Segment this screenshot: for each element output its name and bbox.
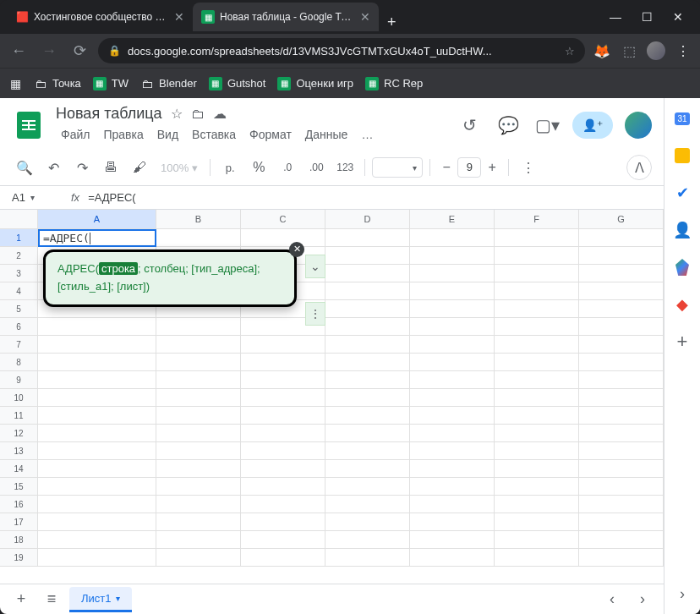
row-header[interactable]: 10 xyxy=(0,389,38,407)
browser-menu-button[interactable]: ⋮ xyxy=(673,41,693,61)
cell[interactable] xyxy=(241,531,325,549)
menu-data[interactable]: Данные xyxy=(300,124,353,145)
row-header[interactable]: 3 xyxy=(0,265,38,282)
column-header[interactable]: C xyxy=(241,210,325,228)
cell[interactable] xyxy=(495,300,579,318)
cell[interactable] xyxy=(325,336,410,354)
cell[interactable] xyxy=(156,513,241,531)
row-header[interactable]: 9 xyxy=(0,371,38,389)
cell[interactable] xyxy=(325,460,410,478)
bookmark-item[interactable]: ▦Gutshot xyxy=(209,77,266,90)
cell[interactable] xyxy=(410,531,495,549)
cell[interactable] xyxy=(579,407,664,425)
cell[interactable] xyxy=(325,407,410,425)
cell[interactable] xyxy=(495,425,579,442)
cell[interactable] xyxy=(325,442,410,460)
select-all-corner[interactable] xyxy=(0,210,38,228)
cell[interactable] xyxy=(579,300,664,318)
bookmark-item[interactable]: ▦RC Rep xyxy=(365,77,423,90)
keep-icon[interactable] xyxy=(674,147,691,164)
cell[interactable] xyxy=(579,265,664,282)
cell[interactable] xyxy=(495,531,579,549)
cell[interactable] xyxy=(495,229,579,247)
paint-format-button[interactable]: 🖌 xyxy=(127,155,152,180)
cell[interactable] xyxy=(495,389,579,407)
cell[interactable] xyxy=(156,407,241,425)
cell[interactable] xyxy=(325,371,410,389)
cell[interactable] xyxy=(579,478,664,496)
cell[interactable] xyxy=(156,478,241,496)
cell[interactable] xyxy=(495,336,579,354)
cell[interactable] xyxy=(410,247,495,265)
active-cell[interactable]: =АДРЕС( xyxy=(38,229,156,247)
row-header[interactable]: 1 xyxy=(0,229,38,247)
cell[interactable] xyxy=(495,247,579,265)
add-sheet-button[interactable]: + xyxy=(8,587,34,612)
number-format-button[interactable]: 123 xyxy=(332,155,358,180)
close-button[interactable]: ✕ xyxy=(673,10,683,24)
collapse-toolbar-button[interactable]: ᐱ xyxy=(626,155,652,180)
cell[interactable] xyxy=(156,389,241,407)
row-header[interactable]: 17 xyxy=(0,513,38,531)
cell[interactable] xyxy=(410,442,495,460)
row-header[interactable]: 12 xyxy=(0,425,38,442)
cell[interactable] xyxy=(156,354,241,371)
sheet-tab[interactable]: Лист1▾ xyxy=(69,587,132,612)
extensions-button[interactable]: ⬚ xyxy=(619,41,639,61)
cell[interactable] xyxy=(410,425,495,442)
increase-font-button[interactable]: + xyxy=(483,157,501,178)
cell[interactable] xyxy=(410,371,495,389)
cell[interactable] xyxy=(410,496,495,513)
cell[interactable] xyxy=(495,371,579,389)
cell[interactable] xyxy=(495,513,579,531)
meet-icon[interactable]: ▢▾ xyxy=(533,112,561,139)
sheets-logo-icon[interactable] xyxy=(12,108,46,142)
print-button[interactable]: 🖶 xyxy=(98,155,123,180)
browser-tab-active[interactable]: ▦ Новая таблица - Google Табли ✕ xyxy=(193,3,379,31)
cell[interactable] xyxy=(410,300,495,318)
cell[interactable] xyxy=(325,318,410,336)
font-dropdown[interactable]: ▾ xyxy=(372,157,423,178)
cell[interactable] xyxy=(38,531,156,549)
close-icon[interactable]: ✕ xyxy=(360,10,370,24)
cell[interactable] xyxy=(241,407,325,425)
cell[interactable] xyxy=(325,300,410,318)
cloud-icon[interactable]: ☁ xyxy=(213,106,227,122)
cell[interactable] xyxy=(579,549,664,567)
increase-decimal-button[interactable]: .00 xyxy=(304,155,329,180)
cell[interactable] xyxy=(156,229,241,247)
cell[interactable] xyxy=(579,425,664,442)
close-icon[interactable]: ✕ xyxy=(289,242,304,257)
cell[interactable] xyxy=(241,425,325,442)
cell[interactable] xyxy=(38,318,156,336)
browser-tab[interactable]: 🟥 Хостинговое сообщество «Tim ✕ xyxy=(7,3,193,31)
column-header[interactable]: B xyxy=(156,210,241,228)
row-header[interactable]: 2 xyxy=(0,247,38,265)
cell[interactable] xyxy=(325,282,410,300)
cell[interactable] xyxy=(38,442,156,460)
row-header[interactable]: 6 xyxy=(0,318,38,336)
cell[interactable] xyxy=(579,496,664,513)
cell[interactable] xyxy=(325,247,410,265)
row-header[interactable]: 19 xyxy=(0,549,38,567)
cell[interactable] xyxy=(495,318,579,336)
row-header[interactable]: 16 xyxy=(0,496,38,513)
bookmark-star-icon[interactable]: ☆ xyxy=(565,45,575,58)
percent-button[interactable]: % xyxy=(246,155,271,180)
cell[interactable] xyxy=(579,318,664,336)
row-header[interactable]: 11 xyxy=(0,407,38,425)
cell[interactable] xyxy=(495,442,579,460)
calendar-icon[interactable]: 31 xyxy=(674,110,691,127)
column-header[interactable]: A xyxy=(38,210,156,228)
cell[interactable] xyxy=(579,460,664,478)
cell[interactable] xyxy=(579,389,664,407)
cell[interactable] xyxy=(495,478,579,496)
cell[interactable] xyxy=(325,425,410,442)
cell[interactable] xyxy=(410,318,495,336)
cell[interactable] xyxy=(325,354,410,371)
cell[interactable] xyxy=(241,336,325,354)
cell[interactable] xyxy=(241,496,325,513)
decrease-decimal-button[interactable]: .0 xyxy=(275,155,300,180)
cell[interactable] xyxy=(241,354,325,371)
spreadsheet-grid[interactable]: A B C D E F G 1 2 3 4 5 6 7 8 9 10 11 12… xyxy=(0,210,664,584)
